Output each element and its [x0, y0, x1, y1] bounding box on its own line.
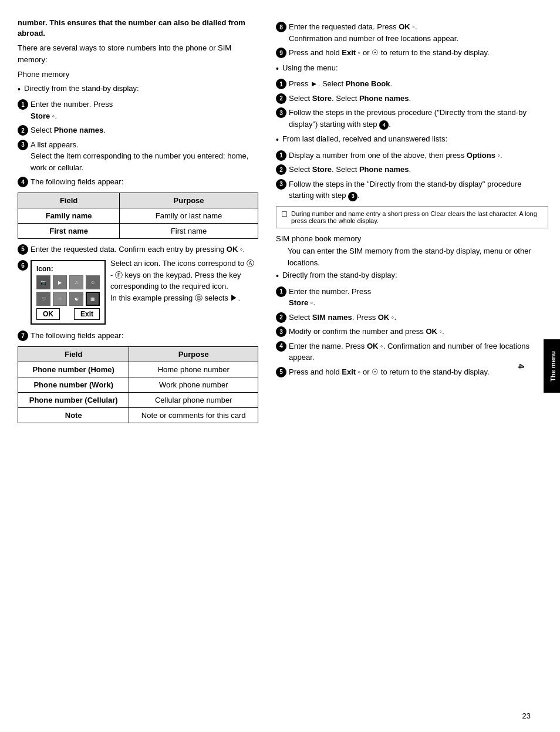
step-text-s5: Press and hold Exit ◦ or ☉ to return to …	[289, 366, 548, 378]
table2-header-purpose: Purpose	[129, 346, 258, 362]
step-num-2: 2	[18, 125, 28, 136]
table-row: Phone number (Cellular) Cellular phone n…	[18, 392, 258, 407]
step-text-s3: Modify or confirm the number and press O…	[289, 326, 548, 338]
step-text-l3: Follow the steps in the "Directly from t…	[289, 178, 548, 201]
step-text-8: Enter the requested data. Press OK ◦.Con…	[289, 21, 548, 44]
step-text-9: Press and hold Exit ◦ or ☉ to return to …	[289, 47, 548, 59]
table1-row2-field: First name	[18, 223, 120, 238]
step-9: 9 Press and hold Exit ◦ or ☉ to return t…	[276, 47, 548, 59]
step-num-s2: 2	[276, 312, 286, 323]
bullet-menu: • Using the menu:	[276, 63, 548, 75]
step-num-1: 1	[18, 99, 28, 110]
table2-row2-purpose: Work phone number	[129, 377, 258, 392]
table2-row4-purpose: Note or comments for this card	[129, 407, 258, 423]
page-container: number. This ensures that the number can…	[0, 0, 560, 732]
step-1: 1 Enter the number. PressStore ◦.	[18, 99, 258, 122]
step-l2: 2 Select Store. Select Phone names.	[276, 164, 548, 176]
step-text-3: A list appears.Select the item correspon…	[31, 139, 258, 174]
step-num-3: 3	[18, 140, 28, 150]
step-text-7: The following fields appear:	[31, 330, 258, 342]
step-num-l2: 2	[276, 164, 286, 175]
main-content: number. This ensures that the number can…	[0, 0, 560, 732]
icon-btn-row: OK Exit	[36, 308, 100, 320]
step-text-s1: Enter the number. PressStore ◦.	[289, 286, 548, 309]
bullet-dot: •	[18, 84, 21, 96]
step-num-9: 9	[276, 48, 286, 58]
bullet-dot-menu: •	[276, 63, 279, 75]
bullet-sim-text: Directly from the stand-by display:	[282, 271, 397, 279]
table2-row2-field: Phone number (Work)	[18, 377, 129, 392]
step-7: 7 The following fields appear:	[18, 330, 258, 342]
sim-section-title: SIM phone book memory	[276, 234, 548, 243]
step-8: 8 Enter the requested data. Press OK ◦.C…	[276, 21, 548, 44]
tab-label: The menu	[549, 351, 556, 382]
step-num-5: 5	[18, 244, 28, 255]
sim-intro: You can enter the SIM memory from the st…	[276, 245, 548, 268]
table2-row1-field: Phone number (Home)	[18, 362, 129, 377]
phone-memory-label: Phone memory	[18, 69, 258, 80]
steps-last: 1 Display a number from one of the above…	[276, 150, 548, 201]
steps-direct: 1 Enter the number. PressStore ◦. 2 Sele…	[18, 99, 258, 188]
table-row: Phone number (Home) Home phone number	[18, 362, 258, 377]
step-num-s1: 1	[276, 286, 286, 297]
step-s4: 4 Enter the name. Press OK ◦. Confirmati…	[276, 340, 548, 363]
icon-cell-3: ♫	[69, 275, 83, 289]
step-text-m3: Follow the steps in the previous procedu…	[289, 107, 548, 130]
step-s5: 5 Press and hold Exit ◦ or ☉ to return t…	[276, 366, 548, 378]
step-m1: 1 Press ►. Select Phone Book.	[276, 78, 548, 90]
table-row: Family name Family or last name	[18, 208, 258, 223]
intro-text: There are several ways to store numbers …	[18, 42, 258, 65]
icon-grid-row2: ♡ ☜ ☯ ▦	[36, 292, 100, 306]
side-tab: The menu 4	[544, 339, 560, 393]
icon-cell-1: 📷	[36, 275, 50, 289]
step-text-m1: Press ►. Select Phone Book.	[289, 78, 548, 90]
step-text-s4: Enter the name. Press OK ◦. Confirmation…	[289, 340, 548, 363]
step-text-m2: Select Store. Select Phone names.	[289, 93, 548, 104]
step-num-4: 4	[18, 177, 28, 187]
step-num-m1: 1	[276, 79, 286, 89]
sim-title: SIM phone book memory	[276, 234, 361, 243]
step-num-s3: 3	[276, 326, 286, 337]
step-num-l1: 1	[276, 150, 286, 161]
step-5: 5 Enter the requested data. Confirm each…	[18, 244, 258, 255]
section-title: number. This ensures that the number can…	[18, 18, 258, 39]
step-text-l1: Display a number from one of the above, …	[289, 150, 548, 161]
step-num-s4: 4	[276, 341, 286, 352]
steps-menu: 1 Press ►. Select Phone Book. 2 Select S…	[276, 78, 548, 130]
table2-row1-purpose: Home phone number	[129, 362, 258, 377]
step-6: 6 Icon: 📷 ▶ ♫ ☺ ♡ ☜ ☯	[18, 258, 258, 327]
step-text-s2: Select SIM names. Press OK ◦.	[289, 312, 548, 323]
table-row: Phone number (Work) Work phone number	[18, 377, 258, 392]
icon-box: Icon: 📷 ▶ ♫ ☺ ♡ ☜ ☯ ▦	[31, 260, 106, 325]
step-text-4: The following fields appear:	[31, 176, 258, 188]
icon-cell-7: ☯	[69, 292, 83, 306]
step-num-m2: 2	[276, 93, 286, 104]
bullet-directly-text: Directly from the stand-by display:	[24, 84, 139, 93]
step-2: 2 Select Phone names.	[18, 124, 258, 136]
step-l1: 1 Display a number from one of the above…	[276, 150, 548, 161]
table2-row4-field: Note	[18, 407, 129, 423]
step-m3: 3 Follow the steps in the previous proce…	[276, 107, 548, 130]
table1-header-purpose: Purpose	[120, 193, 258, 208]
right-column: 8 Enter the requested data. Press OK ◦.C…	[270, 18, 548, 714]
step-text-1: Enter the number. PressStore ◦.	[31, 99, 258, 122]
icon-ok-btn: OK	[36, 308, 60, 320]
icon-box-header: Icon:	[36, 265, 100, 273]
step-text-5: Enter the requested data. Confirm each e…	[31, 244, 258, 255]
table1-row1-purpose: Family or last name	[120, 208, 258, 223]
table1-header-field: Field	[18, 193, 120, 208]
step-s2: 2 Select SIM names. Press OK ◦.	[276, 312, 548, 323]
left-column: number. This ensures that the number can…	[18, 18, 258, 714]
tab-number: 4	[517, 360, 526, 372]
table2-header-field: Field	[18, 346, 129, 362]
step-3: 3 A list appears.Select the item corresp…	[18, 139, 258, 174]
step-m2: 2 Select Store. Select Phone names.	[276, 93, 548, 104]
page-number: 23	[522, 711, 531, 720]
step-num-l3: 3	[276, 179, 286, 190]
icon-cell-5: ♡	[36, 292, 50, 306]
step-s3: 3 Modify or confirm the number and press…	[276, 326, 548, 338]
step-num-6: 6	[18, 260, 28, 271]
icon-grid-row1: 📷 ▶ ♫ ☺	[36, 275, 100, 289]
note-box: ☐ During number and name entry a short p…	[276, 206, 548, 228]
step-text-l2: Select Store. Select Phone names.	[289, 164, 548, 176]
